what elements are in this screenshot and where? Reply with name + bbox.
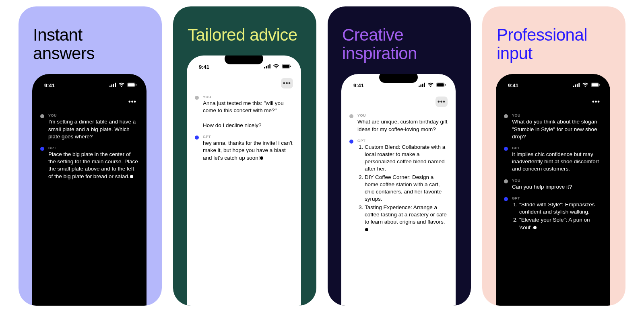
svg-rect-26: [592, 83, 599, 86]
message-body: GPThey anna, thanks for the invite! i ca…: [203, 135, 293, 162]
phone-frame: 9:41•••YOUAnna just texted me this: "wil…: [187, 56, 301, 306]
card-title: Creative inspiration: [342, 26, 456, 63]
assistant-message: GPTCustom Blend: Collaborate with a loca…: [349, 139, 448, 234]
more-menu-button[interactable]: •••: [281, 78, 293, 88]
user-avatar-dot: [40, 114, 44, 118]
promo-card: Instant answers9:41•••YOUI'm setting a d…: [19, 6, 162, 306]
message-body: YOUCan you help improve it?: [512, 179, 602, 191]
battery-icon: [127, 82, 137, 88]
message-text: I'm setting a dinner table and have a sm…: [48, 118, 138, 140]
top-menu: •••: [40, 97, 138, 107]
assistant-avatar-dot: [504, 197, 508, 201]
svg-rect-15: [420, 84, 421, 87]
status-bar: 9:41: [504, 81, 602, 89]
svg-rect-23: [577, 84, 578, 87]
user-message: YOUI'm setting a dinner table and have a…: [40, 113, 138, 140]
assistant-message: GPT"Stride with Style": Emphasizes confi…: [504, 196, 602, 232]
role-label: YOU: [48, 113, 138, 117]
messages-list: YOUAnna just texted me this: "will you c…: [195, 95, 293, 162]
phone-frame: 9:41•••YOUI'm setting a dinner table and…: [32, 74, 147, 306]
list-item: Custom Blend: Collaborate with a local r…: [365, 144, 448, 173]
message-body: YOUWhat are unique, custom birthday gift…: [357, 113, 448, 133]
card-title: Tailored advice: [188, 26, 302, 44]
role-label: GPT: [357, 139, 448, 143]
role-label: GPT: [48, 146, 138, 150]
message-list: Custom Blend: Collaborate with a local r…: [357, 144, 448, 233]
message-body: GPTIt implies chic confidence but may in…: [512, 146, 602, 173]
typing-cursor-icon: [260, 156, 263, 160]
svg-rect-7: [264, 67, 265, 68]
phone-frame: 9:41•••YOUWhat do you think about the sl…: [496, 74, 610, 306]
battery-icon: [282, 64, 291, 70]
assistant-avatar-dot: [195, 136, 199, 140]
more-icon: •••: [128, 98, 136, 105]
role-label: GPT: [512, 196, 602, 200]
user-avatar-dot: [349, 114, 353, 118]
status-time: 9:41: [504, 82, 518, 88]
svg-rect-1: [111, 84, 112, 87]
assistant-message: GPThey anna, thanks for the invite! i ca…: [195, 135, 293, 162]
svg-rect-9: [268, 65, 269, 68]
svg-rect-5: [128, 83, 135, 86]
card-title: Professional input: [497, 26, 611, 63]
assistant-avatar-dot: [40, 147, 44, 151]
more-menu-button[interactable]: •••: [436, 97, 448, 107]
role-label: GPT: [512, 146, 602, 150]
svg-rect-10: [269, 64, 270, 68]
svg-rect-19: [437, 83, 444, 86]
role-label: YOU: [512, 113, 602, 117]
svg-rect-22: [575, 84, 576, 87]
svg-rect-12: [283, 65, 289, 68]
status-bar: 9:41: [195, 63, 293, 71]
wifi-icon: [427, 82, 434, 88]
wifi-icon: [273, 64, 279, 70]
message-text: What are unique, custom birthday gift id…: [357, 118, 448, 133]
message-text: Can you help improve it?: [512, 183, 602, 191]
more-menu-button[interactable]: •••: [126, 97, 138, 107]
message-body: GPT"Stride with Style": Emphasizes confi…: [512, 196, 602, 232]
svg-rect-14: [419, 86, 420, 87]
user-message: YOUWhat do you think about the slogan "S…: [504, 113, 602, 140]
assistant-message: GPTIt implies chic confidence but may in…: [504, 146, 602, 173]
cellular-icon: [419, 82, 425, 88]
role-label: GPT: [203, 135, 293, 139]
typing-cursor-icon: [533, 226, 537, 229]
app-store-screenshots-row: Instant answers9:41•••YOUI'm setting a d…: [8, 6, 636, 327]
svg-rect-8: [266, 66, 267, 68]
message-text: Place the big plate in the center of the…: [48, 151, 138, 180]
messages-list: YOUWhat are unique, custom birthday gift…: [349, 113, 448, 234]
cellular-icon: [109, 82, 116, 88]
status-bar: 9:41: [349, 81, 448, 89]
svg-rect-6: [136, 84, 136, 86]
typing-cursor-icon: [365, 228, 368, 231]
cellular-icon: [573, 82, 580, 88]
svg-rect-0: [109, 86, 111, 87]
battery-icon: [591, 82, 601, 88]
message-body: YOUI'm setting a dinner table and have a…: [48, 113, 138, 140]
svg-rect-16: [422, 84, 423, 87]
assistant-avatar-dot: [504, 147, 508, 151]
messages-list: YOUWhat do you think about the slogan "S…: [504, 113, 602, 232]
status-bar: 9:41: [40, 81, 138, 89]
message-text: It implies chic confidence but may inadv…: [512, 151, 602, 173]
svg-rect-13: [290, 66, 291, 67]
user-avatar-dot: [504, 179, 508, 183]
assistant-message: GPTPlace the big plate in the center of …: [40, 146, 138, 180]
svg-rect-20: [445, 84, 446, 86]
top-menu: •••: [195, 78, 293, 88]
more-icon: •••: [592, 98, 600, 105]
promo-card: Professional input9:41•••YOUWhat do you …: [482, 6, 625, 306]
list-item: Tasting Experience: Arrange a coffee tas…: [365, 204, 448, 233]
phone-frame: 9:41•••YOUWhat are unique, custom birthd…: [341, 74, 456, 306]
svg-rect-21: [573, 86, 574, 87]
top-menu: •••: [349, 97, 448, 107]
status-time: 9:41: [40, 82, 55, 88]
message-text: hey anna, thanks for the invite! i can't…: [203, 140, 293, 162]
message-list: "Stride with Style": Emphasizes confiden…: [512, 201, 602, 231]
user-message: YOUCan you help improve it?: [504, 179, 602, 191]
assistant-avatar-dot: [349, 140, 353, 144]
svg-rect-3: [115, 83, 116, 87]
more-menu-button[interactable]: •••: [590, 97, 602, 107]
message-text: Anna just texted me this: "will you come…: [203, 100, 293, 129]
promo-card: Creative inspiration9:41•••YOUWhat are u…: [328, 6, 471, 306]
